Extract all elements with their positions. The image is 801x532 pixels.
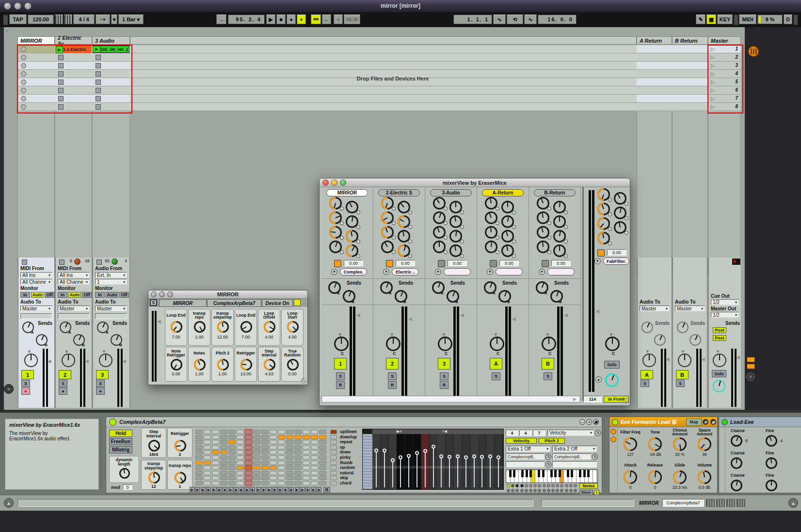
clip-stop-square-icon[interactable] <box>96 63 101 68</box>
track-arm-button[interactable]: ● <box>21 387 30 395</box>
send-b-knob[interactable] <box>689 334 701 346</box>
send-a-knob[interactable] <box>641 322 653 333</box>
record-button[interactable]: ● <box>287 15 296 24</box>
capture-new-scene-button[interactable]: NEW <box>344 15 360 24</box>
mixer-record-button[interactable]: R <box>388 381 397 389</box>
step-play-button[interactable]: ▶ <box>201 487 206 492</box>
grid-cell[interactable] <box>228 435 236 439</box>
scene-slot[interactable]: ▷3 <box>708 62 741 70</box>
extra-slot-spinner[interactable]: ⇅ <box>545 461 551 468</box>
step-play-button[interactable]: ▶ <box>289 487 294 492</box>
grid-cell[interactable] <box>204 476 211 480</box>
scene-launch-icon[interactable]: ▷ <box>711 104 716 110</box>
grid-cell[interactable] <box>237 476 244 480</box>
mixer-value-box[interactable]: 0.00 <box>344 260 363 266</box>
clip-slot[interactable] <box>17 53 55 62</box>
grid-cell[interactable] <box>212 466 219 470</box>
session-record-button[interactable]: ○ <box>334 15 343 24</box>
grid-cell[interactable] <box>237 455 244 460</box>
grid-cell[interactable] <box>261 455 269 460</box>
grid-cell[interactable] <box>228 430 236 434</box>
rack-view-icon[interactable]: ◉ <box>710 419 716 425</box>
memory-dot[interactable] <box>515 484 519 487</box>
clip-slot[interactable] <box>55 86 92 95</box>
device-on-icon[interactable] <box>612 419 618 425</box>
window-resize-grip[interactable] <box>301 378 306 384</box>
mixer-solo-button[interactable]: S <box>544 372 552 380</box>
memory-dot[interactable] <box>556 489 559 492</box>
macro-knob[interactable] <box>648 470 662 484</box>
grid-cell[interactable] <box>228 440 236 444</box>
note-head-icon[interactable] <box>456 454 460 458</box>
grid-cell[interactable] <box>278 455 285 460</box>
step-play-button[interactable]: ▶ <box>234 487 239 492</box>
grid-cell[interactable] <box>212 455 219 460</box>
pan-knob[interactable] <box>99 354 112 367</box>
grid-cell[interactable] <box>294 476 302 480</box>
clip-slot[interactable] <box>17 95 55 103</box>
grid-cell[interactable] <box>278 445 285 450</box>
piano-black-key[interactable] <box>538 470 540 477</box>
grid-cell[interactable] <box>294 461 302 465</box>
clip-2-electric[interactable]: ▶1 2-Electric <box>55 46 92 53</box>
grid-cell[interactable] <box>311 450 318 454</box>
piano-black-key[interactable] <box>521 470 524 477</box>
mixer-strip-name[interactable]: B-Return <box>534 189 576 196</box>
collapse-device-icon[interactable]: — <box>579 419 585 425</box>
scene-launch-icon[interactable]: ▷ <box>711 87 716 93</box>
dynamic-length-knob[interactable] <box>119 468 130 479</box>
device-nav-icon[interactable]: ▼ <box>539 269 545 275</box>
clip-stop-square-icon[interactable] <box>96 88 101 93</box>
grid-cell[interactable] <box>228 461 236 465</box>
memory-dot[interactable] <box>529 484 532 487</box>
pan-knob[interactable] <box>62 354 75 367</box>
extra2-dropdown[interactable]: Extra 2 Off▾ <box>552 446 597 452</box>
arp-knob[interactable] <box>175 440 186 451</box>
memory-dot[interactable] <box>511 484 514 487</box>
nudge-up-button[interactable] <box>64 15 72 24</box>
grid-cell[interactable] <box>270 476 277 480</box>
grid-cell[interactable] <box>278 476 285 480</box>
memory-dot[interactable] <box>525 489 528 492</box>
grid-cell[interactable] <box>286 455 293 460</box>
monitor-auto-button[interactable]: Auto <box>106 292 118 298</box>
master-solo-button[interactable]: Solo <box>604 361 620 369</box>
step-play-button[interactable]: ▶ <box>212 487 217 492</box>
step-play-button[interactable]: ▶ <box>278 487 283 492</box>
param-knob[interactable] <box>171 359 182 371</box>
track-stop-button[interactable] <box>96 259 102 265</box>
piano-black-key[interactable] <box>526 470 528 477</box>
grid-cell[interactable] <box>319 430 326 434</box>
grid-cell[interactable] <box>286 466 293 470</box>
map1-dropdown[interactable]: ComplexArpB.. <box>506 453 545 460</box>
send-b-knob[interactable] <box>654 334 666 346</box>
grid-cell[interactable] <box>278 481 285 485</box>
mirror-titlebar[interactable]: MIRROR <box>148 290 307 299</box>
clip-stop-square-icon[interactable] <box>58 63 64 68</box>
grid-cell[interactable] <box>245 476 252 480</box>
audio-to-dropdown[interactable]: Master▾ <box>95 306 127 311</box>
map1-spinner[interactable]: ⇅ <box>545 453 551 460</box>
grid-cell[interactable] <box>237 430 244 434</box>
memory-dot[interactable] <box>560 484 563 487</box>
mixer-solo-button[interactable]: S <box>336 372 345 380</box>
arp-hold-button[interactable]: Hold <box>109 430 132 437</box>
scene-slot[interactable]: ▷1 <box>708 45 741 53</box>
clip-stop-square-icon[interactable] <box>58 71 64 77</box>
grid-cell[interactable] <box>261 476 269 480</box>
grid-cell[interactable] <box>319 471 326 475</box>
mixer-square-button[interactable] <box>542 260 549 267</box>
map2-spinner[interactable]: ⇅ <box>592 453 598 460</box>
grid-cell[interactable] <box>212 476 219 480</box>
clip-slot[interactable] <box>17 62 55 70</box>
grid-cell[interactable] <box>195 445 203 450</box>
grid-cell[interactable] <box>286 461 293 465</box>
tune-knob[interactable] <box>731 435 742 447</box>
memory-dot[interactable] <box>511 489 514 492</box>
mixer-square-button[interactable] <box>490 260 497 267</box>
memory-dot[interactable] <box>569 489 573 492</box>
device-on-led[interactable] <box>294 299 301 306</box>
track-solo-button[interactable]: S <box>21 380 30 387</box>
send-a-knob[interactable] <box>677 322 689 333</box>
arp-knob[interactable] <box>175 472 186 484</box>
